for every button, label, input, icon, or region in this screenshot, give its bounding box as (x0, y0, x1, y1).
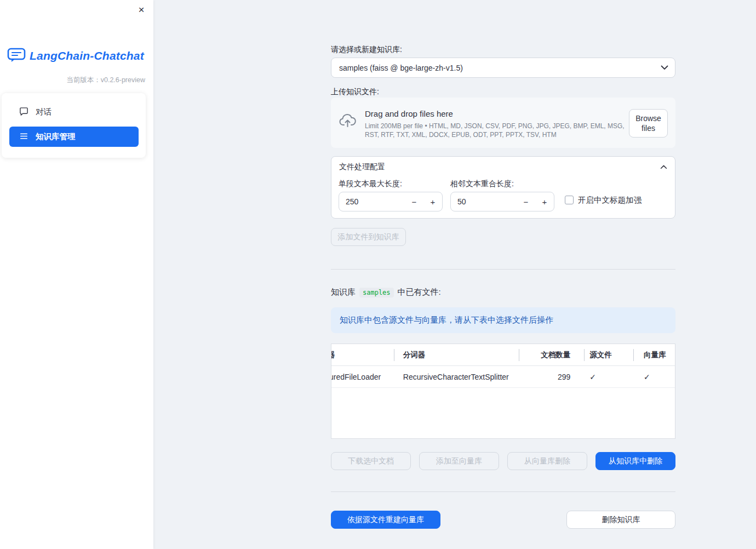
chunk-size-input[interactable]: 250 − + (339, 192, 443, 211)
app-logo: LangChain-Chatchat (7, 47, 144, 65)
cell-doc-count: 299 (518, 373, 583, 381)
overlap-increment-button[interactable]: + (535, 192, 554, 211)
kb-files-table: 器 分词器 文档数量 源文件 向量库 uredFileLoader Recurs… (331, 344, 675, 439)
column-divider (584, 349, 585, 361)
version-label: 当前版本：v0.2.6-preview (0, 76, 145, 85)
dropzone-title: Drag and drop files here (365, 109, 453, 118)
sidebar-item-label: 对话 (36, 107, 51, 117)
divider (331, 491, 675, 492)
cell-source-check: ✓ (583, 373, 633, 381)
sidebar-item-dialogue[interactable]: 对话 (9, 102, 139, 122)
add-files-to-kb-button[interactable]: 添加文件到知识库 (331, 228, 406, 246)
existing-files-line: 知识库 samples 中已有文件: (331, 287, 441, 298)
chevron-down-icon (661, 65, 668, 70)
delete-kb-button[interactable]: 删除知识库 (566, 511, 675, 529)
kb-select-dropdown[interactable]: samples (faiss @ bge-large-zh-v1.5) (331, 58, 675, 78)
expander-title: 文件处理配置 (339, 162, 385, 172)
column-header-source-file: 源文件 (583, 350, 633, 360)
column-divider (633, 349, 634, 361)
divider (331, 269, 675, 270)
overlap-decrement-button[interactable]: − (517, 192, 535, 211)
existing-prefix: 知识库 (331, 287, 356, 298)
chunk-size-decrement-button[interactable]: − (405, 192, 423, 211)
chunk-size-value: 250 (339, 197, 405, 206)
chat-bubble-icon (19, 107, 28, 118)
cloud-upload-icon (339, 112, 358, 128)
kb-name-code: samples (359, 288, 394, 298)
existing-suffix: 中已有文件: (398, 287, 441, 298)
file-dropzone[interactable]: Drag and drop files here Limit 200MB per… (331, 98, 675, 148)
overlap-size-label: 相邻文本重合长度: (450, 179, 514, 189)
delete-from-vector-button[interactable]: 从向量库删除 (507, 452, 587, 470)
table-row[interactable]: uredFileLoader RecursiveCharacterTextSpl… (331, 366, 675, 388)
add-to-vector-button[interactable]: 添加至向量库 (419, 452, 499, 470)
column-header-splitter: 分词器 (394, 350, 519, 360)
download-selected-button[interactable]: 下载选中文档 (331, 452, 411, 470)
knowledge-base-icon (19, 131, 28, 142)
column-header-doc-count: 文档数量 (518, 350, 583, 360)
logo-text: LangChain-Chatchat (30, 49, 144, 62)
sidebar-menu: 对话 知识库管理 (2, 93, 146, 158)
overlap-size-input[interactable]: 50 − + (450, 192, 554, 211)
delete-from-kb-button[interactable]: 从知识库中删除 (595, 452, 675, 470)
kb-select-value: samples (faiss @ bge-large-zh-v1.5) (339, 64, 661, 72)
expander-header[interactable]: 文件处理配置 (331, 157, 675, 178)
chunk-size-increment-button[interactable]: + (423, 192, 442, 211)
cell-vector-check: ✓ (633, 373, 675, 381)
chunk-size-label: 单段文本最大长度: (339, 179, 402, 189)
column-header-loader: 器 (331, 350, 394, 360)
table-header-row: 器 分词器 文档数量 源文件 向量库 (331, 344, 675, 366)
browse-files-button[interactable]: Browse files (629, 109, 668, 138)
kb-select-label: 请选择或新建知识库: (331, 45, 402, 55)
logo-chat-icon (7, 47, 26, 65)
chevron-up-icon (660, 165, 667, 169)
sidebar: × LangChain-Chatchat 当前版本：v0.2.6-preview (0, 0, 153, 549)
column-header-vector-store: 向量库 (633, 350, 675, 360)
upload-label: 上传知识文件: (331, 87, 379, 97)
column-divider (519, 349, 519, 361)
dropzone-limit-text: Limit 200MB per file • HTML, MD, JSON, C… (365, 122, 627, 139)
sidebar-item-knowledge-base[interactable]: 知识库管理 (9, 127, 139, 147)
overlap-size-value: 50 (451, 197, 517, 206)
sidebar-item-label: 知识库管理 (36, 131, 76, 142)
info-alert: 知识库中包含源文件与向量库，请从下表中选择文件后操作 (331, 307, 675, 333)
cell-splitter: RecursiveCharacterTextSplitter (394, 373, 519, 381)
column-divider (394, 349, 394, 361)
zh-title-enhance-checkbox[interactable] (565, 196, 574, 204)
sidebar-close-icon[interactable]: × (134, 2, 149, 18)
rebuild-vector-store-button[interactable]: 依据源文件重建向量库 (331, 511, 440, 529)
zh-title-enhance-label: 开启中文标题加强 (578, 195, 642, 205)
cell-loader: uredFileLoader (331, 373, 394, 381)
info-alert-text: 知识库中包含源文件与向量库，请从下表中选择文件后操作 (340, 315, 553, 325)
app-root: × LangChain-Chatchat 当前版本：v0.2.6-preview (0, 0, 756, 549)
